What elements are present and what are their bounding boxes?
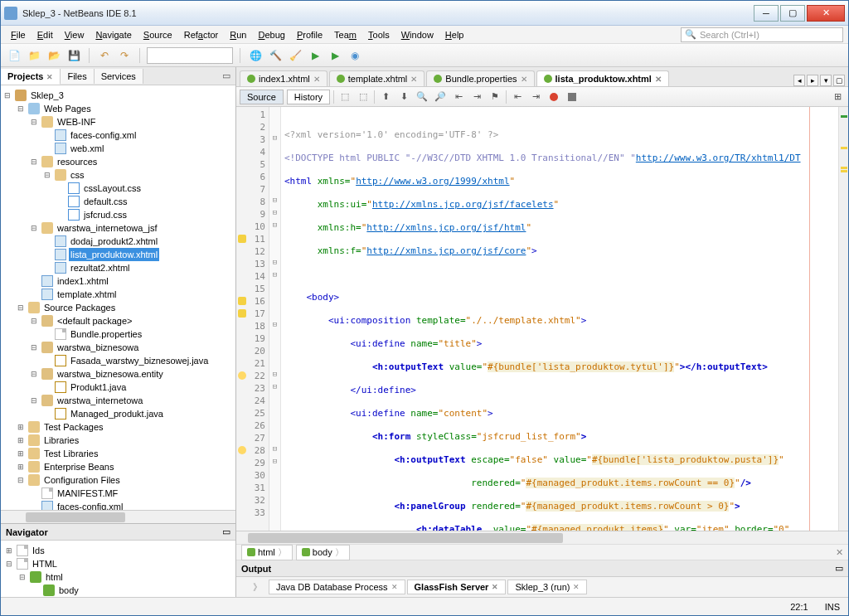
tree-default-css[interactable]: default.css <box>82 195 129 208</box>
tree-warstwa-jsf[interactable]: warstwa_internetowa_jsf <box>56 221 158 235</box>
nav-html-root[interactable]: HTML <box>31 557 59 570</box>
tree-config-files[interactable]: Configuration Files <box>42 473 122 487</box>
find-next-button[interactable]: ⬇ <box>396 90 411 104</box>
tab-lista[interactable]: lista_produktow.xhtml✕ <box>536 70 669 86</box>
tree-libs[interactable]: Libraries <box>42 434 80 447</box>
find-selection-button[interactable]: 🔍 <box>415 90 429 104</box>
tree-webpages[interactable]: Web Pages <box>42 102 93 115</box>
maximize-editor-button[interactable]: ▢ <box>833 75 845 86</box>
menu-help[interactable]: Help <box>440 28 469 41</box>
close-button[interactable]: ✕ <box>807 5 845 22</box>
tree-faces-config2[interactable]: faces-config.xml <box>56 500 124 510</box>
search-input[interactable]: 🔍 Search (Ctrl+I) <box>681 27 843 42</box>
menu-tools[interactable]: Tools <box>363 28 395 41</box>
tab-services[interactable]: Services <box>95 69 143 84</box>
tree-lista-selected[interactable]: lista_produktow.xhtml <box>69 248 159 261</box>
menu-profile[interactable]: Profile <box>292 28 327 41</box>
history-mode-button[interactable]: History <box>287 90 330 104</box>
tree-csslayout[interactable]: cssLayout.css <box>82 182 143 195</box>
close-tab-icon[interactable]: ✕ <box>313 75 320 84</box>
tree-jsfcrud-css[interactable]: jsfcrud.css <box>82 208 129 221</box>
minimize-output-icon[interactable]: ▭ <box>835 563 843 574</box>
tree-css[interactable]: css <box>69 168 86 182</box>
toggle-bookmark-button[interactable]: ⚑ <box>488 90 502 104</box>
tree-manifest[interactable]: MANIFEST.MF <box>56 487 119 500</box>
tree-warstwa-ent[interactable]: warstwa_biznesowa.entity <box>56 367 165 381</box>
breadcrumb-html[interactable]: html〉 <box>241 545 293 560</box>
output-tab-javadb[interactable]: Java DB Database Process✕ <box>269 580 405 594</box>
tree-source-pkg[interactable]: Source Packages <box>42 301 117 314</box>
prev-tab-button[interactable]: ◂ <box>793 75 805 86</box>
toggle-highlight-button[interactable]: 🔎 <box>433 90 448 104</box>
fold-column[interactable]: ⊟⊟⊟⊟⊟⊟⊟⊟⊟⊟⊟ <box>269 107 281 531</box>
tree-fasada[interactable]: Fasada_warstwy_biznesowej.java <box>69 354 210 367</box>
nav-html[interactable]: html <box>44 570 65 584</box>
undo-button[interactable]: ↶ <box>96 47 113 64</box>
tree-index1[interactable]: index1.xhtml <box>56 274 110 288</box>
redo-button[interactable]: ↷ <box>116 47 133 64</box>
source-mode-button[interactable]: Source <box>240 90 284 104</box>
nav-body[interactable]: body <box>57 584 80 597</box>
close-tab-icon[interactable]: ✕ <box>410 75 417 84</box>
tree-dodaj[interactable]: dodaj_produkt2.xhtml <box>69 235 159 248</box>
close-tab-icon[interactable]: ✕ <box>573 583 580 591</box>
build-button[interactable]: 🔨 <box>267 47 284 64</box>
close-tab-icon[interactable]: ✕ <box>46 73 53 81</box>
tree-warstwa-biz[interactable]: warstwa_biznesowa <box>56 341 140 354</box>
next-tab-button[interactable]: ▸ <box>807 75 818 86</box>
tree-produkt1[interactable]: Produkt1.java <box>69 381 128 394</box>
minimize-pane-icon[interactable]: ▭ <box>217 70 235 81</box>
clean-build-button[interactable]: 🧹 <box>287 47 303 64</box>
new-file-button[interactable]: 📄 <box>6 47 22 64</box>
tree-web-xml[interactable]: web.xml <box>69 142 105 155</box>
profile-button[interactable]: ◉ <box>347 47 363 64</box>
minimize-nav-icon[interactable]: ▭ <box>222 526 230 537</box>
next-bookmark-button[interactable]: ⇥ <box>469 90 484 104</box>
tree-bundle[interactable]: Bundle.properties <box>69 327 143 341</box>
menu-team[interactable]: Team <box>329 28 361 41</box>
tree-resources[interactable]: resources <box>56 155 99 168</box>
tab-list-button[interactable]: ▾ <box>820 75 832 86</box>
close-tab-icon[interactable]: ✕ <box>521 75 527 84</box>
tab-files[interactable]: Files <box>61 69 94 84</box>
macro-stop-button[interactable] <box>565 90 580 104</box>
maximize-button[interactable]: ▢ <box>780 5 805 22</box>
browser-button[interactable]: 🌐 <box>247 47 264 64</box>
tab-bundle[interactable]: Bundle.properties✕ <box>426 70 534 86</box>
new-project-button[interactable]: 📁 <box>26 47 42 64</box>
prev-bookmark-button[interactable]: ⇤ <box>451 90 466 104</box>
config-combo[interactable] <box>147 47 233 64</box>
line-gutter[interactable]: 1234567891011121314151617181920212223242… <box>236 107 269 531</box>
tree-managed[interactable]: Managed_produkt.java <box>69 407 165 420</box>
breadcrumb-body[interactable]: body〉 <box>296 545 350 560</box>
close-tab-icon[interactable]: ✕ <box>391 583 398 591</box>
shift-right-button[interactable]: ⇥ <box>528 90 543 104</box>
nav-ids[interactable]: Ids <box>31 544 46 557</box>
tree-scrollbar[interactable] <box>1 510 235 523</box>
navigator-tree[interactable]: ⊞Ids ⊟HTML ⊟html body <box>1 541 235 597</box>
macro-start-button[interactable] <box>546 90 561 104</box>
tree-faces-config[interactable]: faces-config.xml <box>69 129 138 142</box>
output-nav-icon[interactable]: 》 <box>253 581 262 594</box>
project-tree[interactable]: ⊟Sklep_3 ⊟Web Pages ⊟WEB-INF faces-confi… <box>1 85 235 510</box>
editor-options-button[interactable]: ⊞ <box>830 90 845 104</box>
tree-ent-beans[interactable]: Enterprise Beans <box>42 460 115 473</box>
menu-refactor[interactable]: Refactor <box>179 28 224 41</box>
run-button[interactable]: ▶ <box>307 47 323 64</box>
tree-rezultat[interactable]: rezultat2.xhtml <box>69 261 132 274</box>
tree-test-pkg[interactable]: Test Packages <box>42 420 105 434</box>
output-tab-sklep[interactable]: Sklep_3 (run)✕ <box>507 580 587 594</box>
editor-scrollbar[interactable] <box>236 531 848 544</box>
tab-projects[interactable]: Projects✕ <box>1 69 61 85</box>
tab-template[interactable]: template.xhtml✕ <box>329 70 425 86</box>
tree-root[interactable]: Sklep_3 <box>29 89 65 102</box>
shift-left-button[interactable]: ⇤ <box>510 90 525 104</box>
menu-run[interactable]: Run <box>225 28 251 41</box>
tree-webinf[interactable]: WEB-INF <box>56 115 97 129</box>
tree-warstwa-int[interactable]: warstwa_internetowa <box>56 394 144 407</box>
nav-back-button[interactable]: ⬚ <box>337 90 352 104</box>
tree-test-libs[interactable]: Test Libraries <box>42 447 99 460</box>
menu-navigate[interactable]: Navigate <box>90 28 136 41</box>
open-button[interactable]: 📂 <box>46 47 62 64</box>
save-all-button[interactable]: 💾 <box>65 47 82 64</box>
